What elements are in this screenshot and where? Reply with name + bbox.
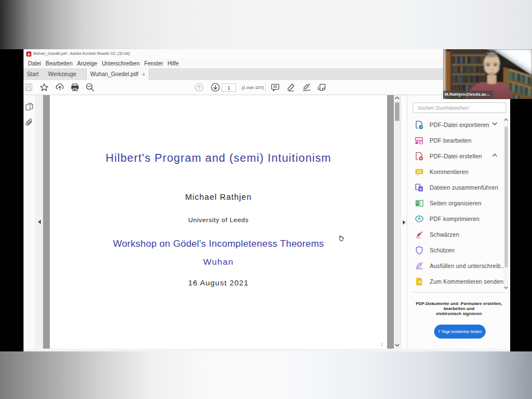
document-background-right (387, 95, 394, 349)
document-scrollbar[interactable] (394, 95, 401, 349)
zoom-out-button[interactable] (86, 83, 95, 92)
slide-page-number: 1 (381, 342, 383, 347)
acrobat-window: Wuhan_Goedel.pdf - Adobe Acrobat Reader … (23, 49, 510, 351)
comment-button[interactable] (271, 83, 280, 92)
slide-event: Workshop on Gödel's Incompleteness Theor… (50, 238, 387, 250)
acrobat-app-icon (26, 51, 31, 57)
webcam-overlay: M.Rathjen@leeds.ac... (443, 49, 532, 99)
fill-sign-pen-icon (415, 261, 424, 271)
top-gradient-band (0, 0, 532, 49)
redact-marker-icon (415, 230, 424, 240)
tool-label: PDF-Datei exportieren (430, 121, 489, 128)
webcam-name-label: M.Rathjen@leeds.ac... (443, 91, 493, 98)
next-page-button[interactable] (211, 83, 220, 92)
tool-label: PDF-Datei erstellen (430, 153, 482, 159)
menu-datei[interactable]: Datei (26, 59, 43, 68)
compress-pdf-icon (415, 214, 424, 224)
tool-redact[interactable]: Schwärzen (407, 227, 503, 242)
tool-label: PDF komprimieren (430, 215, 479, 222)
tool-protect[interactable]: Schützen (407, 242, 503, 258)
expand-left-pane-arrow-icon[interactable] (37, 219, 41, 224)
menu-fenster[interactable]: Fenster (142, 59, 166, 68)
panel-scroll-up-icon[interactable] (503, 118, 509, 121)
tool-label: PDF bearbeiten (430, 137, 472, 144)
free-trial-button[interactable]: 7 Tage kostenlos testen (434, 325, 486, 339)
tool-edit-pdf[interactable]: PDF bearbeiten (407, 133, 503, 148)
previous-page-button[interactable] (195, 83, 204, 92)
tool-fill-sign[interactable]: Ausfüllen und unterschreib... (407, 258, 503, 274)
organize-pages-icon (415, 199, 424, 208)
scroll-up-icon[interactable] (395, 96, 399, 100)
menu-anzeige[interactable]: Anzeige (75, 59, 100, 68)
highlight-pen-button[interactable] (286, 83, 295, 92)
combine-files-icon (415, 183, 424, 193)
favorite-star-button[interactable] (40, 83, 49, 92)
tool-label: Seiten organisieren (430, 200, 481, 206)
promo-line-1: PDF-Dokumente und -Formulare erstellen, (407, 301, 511, 306)
tool-send-for-comments[interactable]: Zum Kommentieren senden (407, 274, 503, 289)
left-nav-strip (23, 95, 36, 349)
tab-document-label: Wuhan_Goedel.pdf (90, 71, 138, 77)
fill-sign-button[interactable] (302, 83, 312, 92)
nav-pane-collapsed (36, 95, 43, 349)
panel-scroll-down-icon[interactable] (503, 286, 509, 289)
panel-scrollbar[interactable] (503, 118, 509, 290)
tab-werkzeuge[interactable]: Werkzeuge (48, 68, 76, 80)
promo-line-3: elektronisch signieren (407, 311, 511, 316)
panel-divider (412, 292, 506, 293)
page-thumbnails-icon[interactable] (25, 102, 34, 111)
toolbar-divider (265, 83, 266, 92)
tool-label: Dateien zusammenführen (430, 184, 498, 191)
window-bottom-strip (23, 349, 510, 351)
export-pdf-icon (415, 120, 424, 130)
slide-affiliation: University of Leeds (50, 217, 387, 223)
tool-label: Schwärzen (430, 231, 459, 238)
tool-label: Schützen (430, 247, 455, 254)
comment-bubble-icon (415, 167, 424, 177)
slide-location: Wuhan (50, 257, 387, 267)
tab-document[interactable]: Wuhan_Goedel.pdf × (86, 68, 149, 80)
tool-label: Ausfüllen und unterschreib... (430, 262, 506, 269)
menu-unterschreiben[interactable]: Unterschreiben (100, 59, 142, 68)
page-count-label: (1 von 107) (242, 80, 263, 95)
send-for-comments-icon (415, 277, 424, 287)
document-background-left (43, 95, 50, 349)
share-upload-button[interactable] (55, 83, 64, 92)
promo-line-2: bearbeiten und (407, 306, 511, 311)
protect-shield-icon (415, 246, 424, 255)
tools-search-input[interactable] (413, 102, 506, 113)
slide-title: Hilbert's Program and (semi) Intuitionis… (50, 152, 387, 165)
tab-start[interactable]: Start (27, 68, 39, 80)
tool-combine-files[interactable]: Dateien zusammenführen (407, 180, 503, 195)
main-toolbar: 1 (1 von 107) (23, 80, 510, 95)
collapse-tools-panel-arrow-icon[interactable] (402, 220, 406, 225)
tab-bar: Start Werkzeuge Wuhan_Goedel.pdf × (23, 68, 510, 80)
pdf-page[interactable]: Hilbert's Program and (semi) Intuitionis… (50, 95, 387, 349)
tab-close-icon[interactable]: × (142, 72, 145, 77)
chevron-down-icon[interactable] (492, 122, 497, 126)
menu-bearbeiten[interactable]: Bearbeiten (43, 59, 74, 68)
panel-scrollbar-thumb[interactable] (505, 126, 508, 267)
tool-export-pdf[interactable]: PDF-Datei exportieren (407, 117, 503, 133)
stamp-tool-button[interactable] (317, 83, 327, 92)
menu-hilfe[interactable]: Hilfe (166, 59, 181, 68)
promo-text: PDF-Dokumente und -Formulare erstellen, … (407, 301, 511, 316)
chevron-up-icon[interactable] (492, 153, 497, 157)
window-titlebar[interactable]: Wuhan_Goedel.pdf - Adobe Acrobat Reader … (23, 49, 510, 59)
scroll-down-icon[interactable] (395, 344, 399, 347)
menu-bar: Datei Bearbeiten Anzeige Unterschreiben … (23, 59, 510, 68)
tool-comment[interactable]: Kommentieren (407, 164, 503, 180)
tool-organize-pages[interactable]: Seiten organisieren (407, 195, 503, 211)
window-title: Wuhan_Goedel.pdf - Adobe Acrobat Reader … (33, 51, 130, 55)
video-frame: Wuhan_Goedel.pdf - Adobe Acrobat Reader … (0, 0, 532, 399)
print-button[interactable] (71, 83, 79, 92)
tool-compress-pdf[interactable]: PDF komprimieren (407, 211, 503, 227)
tool-label: Zum Kommentieren senden (430, 278, 503, 285)
attachments-paperclip-icon[interactable] (25, 118, 33, 126)
slide-author: Michael Rathjen (50, 193, 387, 201)
document-scrollbar-thumb[interactable] (395, 102, 399, 121)
save-button[interactable] (25, 83, 32, 91)
document-area: Hilbert's Program and (semi) Intuitionis… (23, 95, 510, 349)
page-number-input[interactable]: 1 (222, 83, 236, 92)
tool-create-pdf[interactable]: PDF-Datei erstellen (407, 148, 503, 164)
